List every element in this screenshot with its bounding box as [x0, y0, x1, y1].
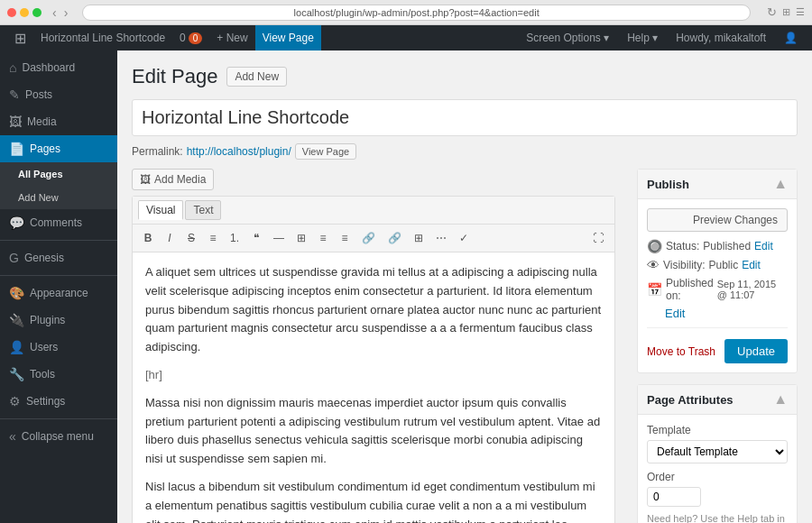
sidebar-item-comments[interactable]: 💬 Comments [0, 209, 117, 236]
help-btn[interactable]: Help ▾ [620, 25, 665, 50]
insert-more-button[interactable]: ⋯ [430, 228, 452, 248]
minimize-dot[interactable] [20, 8, 29, 17]
publish-divider [647, 327, 788, 328]
horizontal-rule-button[interactable]: — [268, 228, 290, 248]
sidebar: ⌂ Dashboard ✎ Posts 🖼 Media 📄 Pages All … [0, 50, 117, 523]
browser-dots [7, 8, 42, 17]
sidebar-item-tools[interactable]: 🔧 Tools [0, 361, 117, 388]
status-icon: 🔘 [647, 239, 662, 253]
content-area: Edit Page Add New Permalink: http://loca… [117, 50, 812, 523]
genesis-icon: G [9, 251, 19, 265]
publish-metabox-content: Preview Changes 🔘 Status: Published Edit… [638, 199, 797, 372]
wp-logo-icon[interactable]: ⊞ [7, 30, 33, 47]
add-new-button[interactable]: Add New [226, 67, 287, 87]
spellcheck-button[interactable]: ✓ [454, 228, 474, 248]
sidebar-item-dashboard[interactable]: ⌂ Dashboard [0, 54, 117, 81]
publish-metabox-header: Publish ▲ [638, 170, 797, 199]
page-header: Edit Page Add New [132, 65, 798, 88]
sidebar-item-users[interactable]: 👤 Users [0, 334, 117, 361]
visual-tab[interactable]: Visual [138, 200, 183, 220]
paragraph-3: Nisl lacus a bibendum sit vestibulum con… [145, 478, 602, 523]
page-attributes-toggle-icon[interactable]: ▲ [773, 391, 788, 408]
text-tab[interactable]: Text [185, 200, 221, 220]
template-select[interactable]: Default Template [647, 440, 788, 463]
tools-icon: 🔧 [9, 367, 24, 381]
fullscreen-button[interactable]: ⛶ [587, 228, 609, 248]
admin-bar-comments[interactable]: 0 0 [172, 25, 209, 50]
unlink-button[interactable]: 🔗 [383, 228, 407, 248]
strikethrough-button[interactable]: S [181, 228, 201, 248]
sidebar-item-genesis[interactable]: G Genesis [0, 244, 117, 271]
sidebar-item-all-pages[interactable]: All Pages [0, 162, 117, 186]
publish-toggle-icon[interactable]: ▲ [773, 176, 788, 192]
comments-badge: 0 [189, 32, 203, 44]
maximize-dot[interactable] [32, 8, 42, 17]
align-left-button[interactable]: ⊞ [291, 228, 311, 248]
view-page-button[interactable]: View Page [295, 143, 356, 160]
back-button[interactable]: ‹ [51, 5, 59, 20]
ordered-list-button[interactable]: 1. [225, 228, 245, 248]
page-attributes-header: Page Attributes ▲ [638, 385, 797, 415]
align-right-button[interactable]: ≡ [335, 228, 355, 248]
url-bar[interactable]: localhost/plugin/wp-admin/post.php?post=… [82, 5, 751, 21]
browser-right-controls: ⊞☰ [782, 6, 805, 18]
sidebar-divider-3 [0, 418, 117, 419]
wp-admin-bar: ⊞ Horizontal Line Shortcode 0 0 + New Vi… [0, 25, 812, 50]
shortcode-1: [hr] [145, 366, 602, 385]
status-row: 🔘 Status: Published Edit [647, 239, 788, 253]
add-media-container: 🖼 Add Media [132, 169, 615, 190]
insert-image-button[interactable]: ⊞ [409, 228, 429, 248]
editor-right-layout: 🖼 Add Media Visual Text B [132, 169, 798, 523]
media-icon: 🖼 [9, 115, 22, 129]
post-title-input[interactable] [132, 99, 798, 136]
howdy-text: Howdy, mikakaltoft [669, 32, 773, 44]
order-input[interactable] [647, 487, 701, 507]
add-media-button[interactable]: 🖼 Add Media [132, 169, 214, 190]
calendar-icon: 📅 [647, 282, 662, 297]
link-button[interactable]: 🔗 [356, 228, 381, 248]
sidebar-item-collapse[interactable]: « Collapse menu [0, 423, 117, 450]
sidebar-item-settings[interactable]: ⚙ Settings [0, 388, 117, 415]
sidebar-item-posts[interactable]: ✎ Posts [0, 81, 117, 108]
page-title: Edit Page [132, 65, 217, 88]
admin-bar-new[interactable]: + New [209, 25, 254, 50]
visibility-row: 👁 Visibility: Public Edit [647, 258, 788, 272]
published-row: 📅 Published on: Sep 11, 2015 @ 11:07 [647, 277, 788, 302]
unordered-list-button[interactable]: ≡ [203, 228, 223, 248]
close-dot[interactable] [7, 8, 16, 17]
paragraph-2: Massa nisi non dignissim mauris maecenas… [145, 394, 602, 469]
formatting-toolbar: B I S ≡ 1. ❝ — ⊞ ≡ ≡ 🔗 🔗 ⊞ ⋯ ✓ [133, 225, 614, 252]
appearance-icon: 🎨 [9, 286, 24, 300]
admin-bar-site-name[interactable]: Horizontal Line Shortcode [33, 25, 172, 50]
user-avatar[interactable]: 👤 [777, 25, 805, 50]
italic-button[interactable]: I [160, 228, 180, 248]
permalink-url[interactable]: http://localhost/plugin/ [187, 145, 291, 158]
page-attributes-metabox: Page Attributes ▲ Template Default Templ… [637, 384, 798, 523]
admin-bar-right: Screen Options ▾ Help ▾ Howdy, mikakalto… [519, 25, 805, 50]
move-to-trash-link[interactable]: Move to Trash [647, 345, 715, 358]
align-center-button[interactable]: ≡ [313, 228, 333, 248]
template-label: Template [647, 424, 788, 436]
status-edit-link[interactable]: Edit [754, 240, 773, 252]
users-icon: 👤 [9, 340, 24, 354]
editor-content[interactable]: A aliquet sem ultrices ut suspendisse gr… [133, 252, 614, 523]
preview-changes-button[interactable]: Preview Changes [647, 208, 788, 232]
sidebar-item-plugins[interactable]: 🔌 Plugins [0, 307, 117, 334]
plugins-icon: 🔌 [9, 313, 24, 327]
blockquote-button[interactable]: ❝ [246, 228, 266, 248]
sidebar-item-media[interactable]: 🖼 Media [0, 108, 117, 135]
visibility-edit-link[interactable]: Edit [742, 259, 761, 271]
screen-options-btn[interactable]: Screen Options ▾ [519, 25, 616, 50]
bold-button[interactable]: B [138, 228, 158, 248]
sidebar-item-pages[interactable]: 📄 Pages [0, 135, 117, 162]
sidebar-item-add-new[interactable]: Add New [0, 186, 117, 209]
update-button[interactable]: Update [724, 339, 788, 363]
sidebar-item-appearance[interactable]: 🎨 Appearance [0, 280, 117, 307]
refresh-icon[interactable]: ↻ [767, 5, 777, 19]
published-edit-link[interactable]: Edit [665, 307, 685, 320]
help-text: Need help? Use the Help tab in the upper… [647, 512, 788, 523]
forward-button[interactable]: › [62, 5, 70, 20]
sidebar-divider-2 [0, 275, 117, 276]
editor-wrapper: Visual Text B I S ≡ 1. ❝ — ⊞ ≡ [132, 196, 615, 523]
admin-bar-view-page[interactable]: View Page [255, 25, 321, 50]
